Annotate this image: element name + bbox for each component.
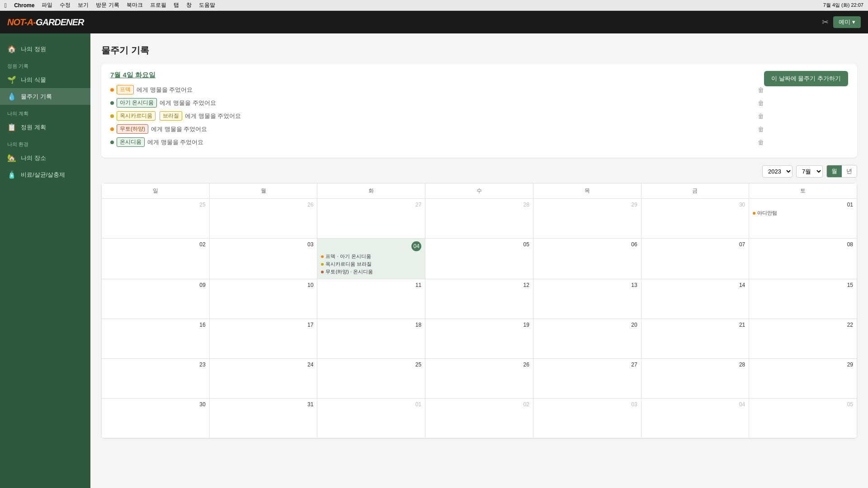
scissors-icon[interactable]: ✂ bbox=[822, 17, 829, 27]
sidebar-item-garden[interactable]: 🏠 나의 정원 bbox=[0, 41, 90, 57]
cal-cell-jun26[interactable]: 26 bbox=[210, 199, 318, 239]
cal-cell-jul28[interactable]: 28 bbox=[642, 359, 750, 399]
cell-date: 31 bbox=[213, 401, 314, 408]
cal-cell-jul15[interactable]: 15 bbox=[749, 279, 857, 319]
cal-cell-jul07[interactable]: 07 bbox=[642, 239, 750, 279]
cal-cell-jul31[interactable]: 31 bbox=[210, 399, 318, 438]
cal-cell-jul20[interactable]: 20 bbox=[533, 319, 642, 359]
cal-cell-aug02[interactable]: 02 bbox=[425, 399, 533, 438]
watering-entry-1: 프덱 에게 맹물을 주었어요 🗑 bbox=[110, 85, 764, 94]
today-section: 7월 4일 화요일 프덱 에게 맹물을 주었어요 🗑 아기 온시디움 bbox=[101, 64, 857, 158]
cal-cell-jul11[interactable]: 11 bbox=[317, 279, 425, 319]
sidebar-plan-label: 정원 계획 bbox=[21, 123, 46, 131]
cal-cell-jul13[interactable]: 13 bbox=[533, 279, 642, 319]
year-select[interactable]: 2023 bbox=[762, 165, 793, 178]
event-dot bbox=[321, 271, 324, 273]
cell-date: 10 bbox=[213, 282, 314, 288]
cal-cell-jul18[interactable]: 18 bbox=[317, 319, 425, 359]
cal-cell-jul27[interactable]: 27 bbox=[533, 359, 642, 399]
entry-dot-3 bbox=[110, 114, 114, 118]
cell-date: 26 bbox=[429, 361, 529, 368]
add-watering-button[interactable]: 이 날짜에 물주기 추가하기 bbox=[764, 71, 848, 86]
view-year-btn[interactable]: 년 bbox=[842, 165, 857, 177]
cal-cell-jul24[interactable]: 24 bbox=[210, 359, 318, 399]
plan-icon: 📋 bbox=[7, 123, 16, 131]
menu-edit[interactable]: 수정 bbox=[60, 1, 71, 9]
water-icon: 💧 bbox=[7, 92, 16, 101]
cal-cell-aug05[interactable]: 05 bbox=[749, 399, 857, 438]
menu-file[interactable]: 파일 bbox=[42, 1, 52, 9]
cell-date: 02 bbox=[105, 241, 206, 248]
cal-cell-jul08[interactable]: 08 bbox=[749, 239, 857, 279]
menu-profile[interactable]: 프로필 bbox=[150, 1, 166, 9]
cal-cell-jun28[interactable]: 28 bbox=[425, 199, 533, 239]
menu-help[interactable]: 도움말 bbox=[199, 1, 215, 9]
app-header: NOT-A-GARDENER ✂ 예미 ▾ bbox=[0, 11, 868, 33]
calendar-grid: 일 월 화 수 목 금 토 25 26 27 28 29 30 01 bbox=[101, 183, 857, 438]
sidebar-item-place[interactable]: 🏡 나의 장소 bbox=[0, 150, 90, 166]
cal-cell-jun29[interactable]: 29 bbox=[533, 199, 642, 239]
cal-cell-aug03[interactable]: 03 bbox=[533, 399, 642, 438]
plant-tag-5: 온시디움 bbox=[117, 137, 145, 147]
cal-cell-jul06[interactable]: 06 bbox=[533, 239, 642, 279]
cal-cell-jul01[interactable]: 01 아디안텀 bbox=[749, 199, 857, 239]
cal-cell-jul22[interactable]: 22 bbox=[749, 319, 857, 359]
sidebar-item-watering[interactable]: 💧 물주기 기록 bbox=[0, 88, 90, 105]
cell-date: 24 bbox=[213, 361, 314, 368]
view-month-btn[interactable]: 월 bbox=[827, 165, 842, 177]
watering-entry-2: 아기 온시디움 에게 맹물을 주었어요 🗑 bbox=[110, 98, 764, 108]
cal-cell-jul05[interactable]: 05 bbox=[425, 239, 533, 279]
sidebar-section-env: 나의 환경 bbox=[0, 136, 90, 150]
delete-icon-2[interactable]: 🗑 bbox=[758, 99, 764, 107]
delete-icon-1[interactable]: 🗑 bbox=[758, 86, 764, 94]
cal-cell-jul26[interactable]: 26 bbox=[425, 359, 533, 399]
cal-cell-jul21[interactable]: 21 bbox=[642, 319, 750, 359]
cell-date: 27 bbox=[537, 361, 637, 368]
mac-menu: 파일 수정 보기 방문 기록 북마크 프로필 탭 창 도움말 bbox=[42, 1, 215, 9]
cell-date: 28 bbox=[429, 202, 529, 208]
profile-label: 예미 bbox=[839, 19, 850, 25]
cal-cell-jul02[interactable]: 02 bbox=[102, 239, 210, 279]
cal-cell-jul03[interactable]: 03 bbox=[210, 239, 318, 279]
mac-topbar:  Chrome 파일 수정 보기 방문 기록 북마크 프로필 탭 창 도움말 … bbox=[0, 0, 868, 11]
delete-icon-4[interactable]: 🗑 bbox=[758, 126, 764, 133]
menu-bookmarks[interactable]: 북마크 bbox=[127, 1, 143, 9]
cal-cell-aug01[interactable]: 01 bbox=[317, 399, 425, 438]
place-icon: 🏡 bbox=[7, 154, 16, 162]
profile-button[interactable]: 예미 ▾ bbox=[833, 16, 861, 28]
cal-cell-jul12[interactable]: 12 bbox=[425, 279, 533, 319]
cal-cell-jul23[interactable]: 23 bbox=[102, 359, 210, 399]
cal-cell-jun25[interactable]: 25 bbox=[102, 199, 210, 239]
cal-cell-jul09[interactable]: 09 bbox=[102, 279, 210, 319]
plant-tag-3a: 옥시카르디움 bbox=[117, 111, 156, 121]
cal-cell-jul04[interactable]: 04 프덱 · 아기 온시디움 옥시카르디움 브라질 무토(하양) · bbox=[317, 239, 425, 279]
cal-cell-jul19[interactable]: 19 bbox=[425, 319, 533, 359]
delete-icon-3[interactable]: 🗑 bbox=[758, 113, 764, 120]
cal-cell-jul14[interactable]: 14 bbox=[642, 279, 750, 319]
cell-date: 25 bbox=[105, 202, 206, 208]
sidebar-item-plan[interactable]: 📋 정원 계획 bbox=[0, 119, 90, 136]
cell-date: 13 bbox=[537, 282, 637, 288]
cal-cell-jun30[interactable]: 30 bbox=[642, 199, 750, 239]
cal-cell-jul10[interactable]: 10 bbox=[210, 279, 318, 319]
event-dot bbox=[753, 212, 755, 215]
cell-date: 01 bbox=[753, 202, 853, 208]
cal-cell-jul30[interactable]: 30 bbox=[102, 399, 210, 438]
month-select[interactable]: 7월 bbox=[796, 165, 823, 178]
cal-cell-jul25[interactable]: 25 bbox=[317, 359, 425, 399]
menu-history[interactable]: 방문 기록 bbox=[96, 1, 119, 9]
sidebar-item-fertilizer[interactable]: 🧴 비료/살균/살충제 bbox=[0, 166, 90, 183]
menu-tab[interactable]: 탭 bbox=[174, 1, 179, 9]
cal-cell-jul16[interactable]: 16 bbox=[102, 319, 210, 359]
app-name: Chrome bbox=[14, 2, 34, 9]
cal-cell-jul17[interactable]: 17 bbox=[210, 319, 318, 359]
cell-date: 25 bbox=[321, 361, 421, 368]
cal-header-thu: 목 bbox=[533, 183, 642, 199]
menu-view[interactable]: 보기 bbox=[78, 1, 89, 9]
cal-cell-aug04[interactable]: 04 bbox=[642, 399, 750, 438]
delete-icon-5[interactable]: 🗑 bbox=[758, 139, 764, 146]
cal-cell-jun27[interactable]: 27 bbox=[317, 199, 425, 239]
cal-cell-jul29[interactable]: 29 bbox=[749, 359, 857, 399]
sidebar-item-plants[interactable]: 🌱 나의 식물 bbox=[0, 71, 90, 88]
menu-window[interactable]: 창 bbox=[186, 1, 192, 9]
